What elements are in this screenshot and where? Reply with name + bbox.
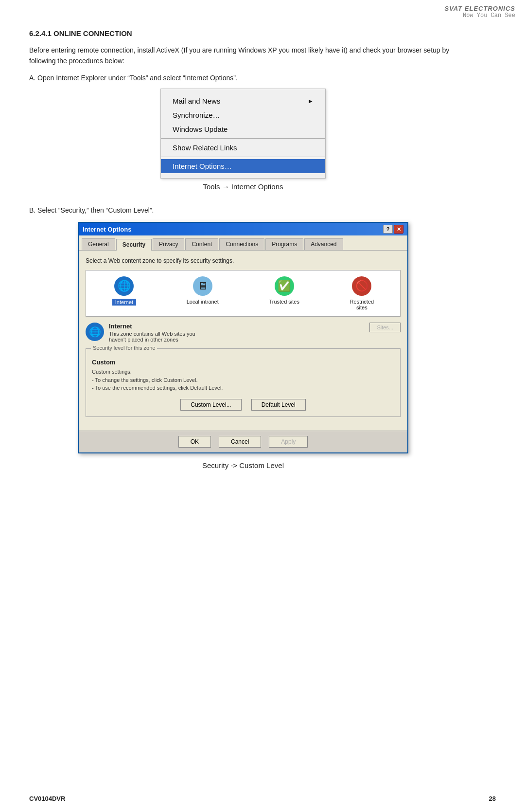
zone-icon-local: 🖥	[193, 276, 212, 296]
internet-options-dialog: Internet Options ? ✕ General Security Pr…	[78, 222, 408, 453]
zone-label-trusted: Trusted sites	[269, 299, 299, 305]
zone-label-internet: Internet	[112, 299, 136, 306]
header: SVAT ELECTRONICS Now You Can See	[444, 5, 515, 19]
zone-info-desc1: This zone contains all Web sites you	[109, 331, 365, 337]
custom-level-desc: Custom settings. - To change the setting…	[92, 368, 394, 392]
menu-item-mail[interactable]: Mail and News ►	[161, 94, 325, 108]
page-footer: CV0104DVR 28	[29, 795, 496, 802]
caption-b: Security -> Custom Level	[29, 461, 457, 469]
security-level-box: Security level for this zone Custom Cust…	[86, 348, 401, 417]
zone-info-text: Internet This zone contains all Web site…	[109, 323, 365, 343]
level-buttons: Custom Level... Default Level	[92, 399, 394, 411]
context-menu-wrapper: Mail and News ► Synchronize… Windows Upd…	[29, 89, 457, 191]
zone-trusted[interactable]: ✅ Trusted sites	[269, 276, 299, 310]
page-number: 28	[489, 795, 496, 802]
zone-label-restricted: Restrictedsites	[350, 299, 374, 310]
titlebar-buttons: ? ✕	[383, 225, 403, 234]
cancel-button[interactable]: Cancel	[219, 436, 261, 448]
close-button[interactable]: ✕	[394, 225, 403, 234]
step-a-label: A. Open Internet Explorer under “Tools” …	[29, 74, 457, 82]
menu-item-sync[interactable]: Synchronize…	[161, 108, 325, 122]
menu-item-internet-options[interactable]: Internet Options…	[161, 159, 325, 173]
zone-internet[interactable]: 🌐 Internet	[112, 276, 136, 310]
menu-item-mail-label: Mail and News	[173, 97, 220, 105]
context-menu: Mail and News ► Synchronize… Windows Upd…	[160, 89, 326, 179]
tab-programs[interactable]: Programs	[265, 238, 303, 250]
dialog-title: Internet Options	[83, 226, 131, 233]
zone-icon-restricted: 🚫	[352, 276, 371, 296]
tab-general[interactable]: General	[82, 238, 115, 250]
model-number: CV0104DVR	[29, 795, 65, 802]
zone-icon-trusted: ✅	[275, 276, 294, 296]
brand-name: SVAT ELECTRONICS	[444, 5, 515, 12]
dialog-body: Select a Web content zone to specify its…	[79, 251, 407, 431]
main-content: 6.2.4.1 ONLINE CONNECTION Before enterin…	[0, 0, 486, 499]
caption-b-text: Security -> Custom Level	[202, 461, 284, 469]
zone-info-row: 🌐 Internet This zone contains all Web si…	[86, 323, 401, 343]
zone-info-icon: 🌐	[86, 323, 104, 341]
default-level-button[interactable]: Default Level	[251, 399, 306, 411]
body-text-1: Before entering remote connection, insta…	[29, 45, 457, 66]
apply-button[interactable]: Apply	[269, 436, 308, 448]
tab-advanced[interactable]: Advanced	[304, 238, 343, 250]
step-b-label: B. Select “Security,” then “Custom Level…	[29, 206, 457, 214]
custom-level-title: Custom	[92, 359, 394, 366]
zone-restricted[interactable]: 🚫 Restrictedsites	[350, 276, 374, 310]
tab-privacy[interactable]: Privacy	[153, 238, 184, 250]
menu-divider-1	[161, 138, 325, 139]
tab-connections[interactable]: Connections	[219, 238, 264, 250]
zone-icon-internet: 🌐	[114, 276, 134, 296]
menu-item-related[interactable]: Show Related Links	[161, 141, 325, 155]
menu-item-internet-options-label: Internet Options…	[173, 162, 232, 170]
caption-a: Tools → Internet Options	[160, 182, 326, 191]
custom-level-button[interactable]: Custom Level...	[180, 399, 241, 411]
brand-tagline: Now You Can See	[444, 12, 515, 19]
help-button[interactable]: ?	[383, 225, 393, 234]
dialog-footer: OK Cancel Apply	[79, 431, 407, 452]
zones-box: 🌐 Internet 🖥 Local intranet ✅ Trusted si…	[86, 270, 401, 317]
menu-item-sync-label: Synchronize…	[173, 111, 220, 119]
security-level-legend: Security level for this zone	[91, 345, 157, 351]
dialog-wrapper: Internet Options ? ✕ General Security Pr…	[29, 222, 457, 453]
zone-info-title: Internet	[109, 323, 365, 330]
caption-a-text: Tools → Internet Options	[203, 182, 283, 191]
zone-description: Select a Web content zone to specify its…	[86, 257, 401, 264]
zone-info-desc2: haven't placed in other zones	[109, 337, 365, 343]
menu-item-related-label: Show Related Links	[173, 144, 237, 152]
dialog-tabs: General Security Privacy Content Connect…	[79, 235, 407, 251]
menu-item-update-label: Windows Update	[173, 125, 228, 133]
menu-item-update[interactable]: Windows Update	[161, 122, 325, 136]
section-heading: 6.2.4.1 ONLINE CONNECTION	[29, 29, 457, 37]
tab-security[interactable]: Security	[116, 239, 152, 251]
zone-label-local: Local intranet	[187, 299, 219, 305]
tab-content[interactable]: Content	[185, 238, 218, 250]
menu-divider-2	[161, 157, 325, 157]
sites-button[interactable]: Sites...	[369, 323, 401, 332]
menu-arrow-mail: ►	[308, 98, 314, 105]
zone-info-sites: Sites...	[369, 323, 401, 332]
dialog-titlebar: Internet Options ? ✕	[79, 223, 407, 235]
ok-button[interactable]: OK	[178, 436, 211, 448]
zone-local[interactable]: 🖥 Local intranet	[187, 276, 219, 310]
